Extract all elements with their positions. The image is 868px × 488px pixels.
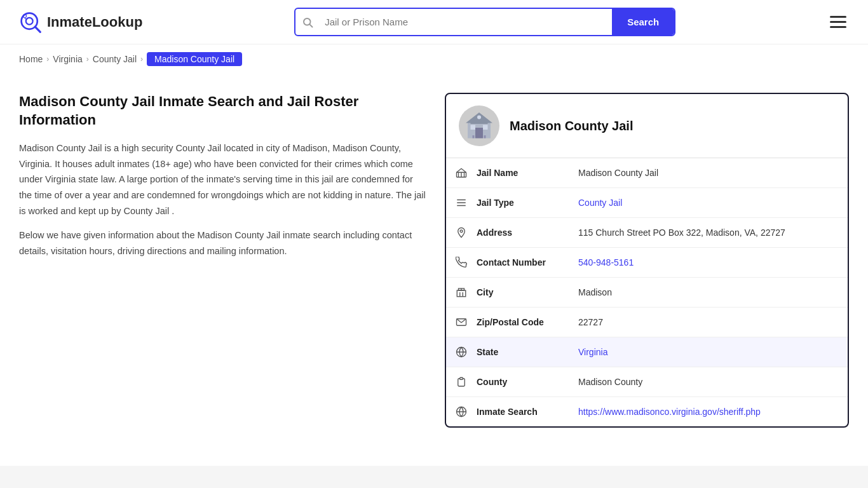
- info-row: Inmate Searchhttps://www.madisonco.virgi…: [446, 397, 848, 426]
- svg-text:Q: Q: [22, 12, 27, 18]
- breadcrumb: Home › Virginia › County Jail › Madison …: [0, 44, 868, 74]
- logo-link[interactable]: Q InmateLookup: [19, 11, 142, 34]
- info-row: CountyMadison County: [446, 367, 848, 397]
- svg-rect-23: [457, 290, 466, 297]
- row-label: Address: [477, 219, 578, 247]
- info-card: Madison County Jail Jail NameMadison Cou…: [445, 93, 849, 428]
- footer: [0, 466, 868, 488]
- row-icon: [446, 248, 477, 277]
- info-row: Zip/Postal Code22727: [446, 308, 848, 337]
- page-heading: Madison County Jail Inmate Search and Ja…: [19, 93, 426, 129]
- logo-text: InmateLookup: [47, 14, 142, 30]
- row-link[interactable]: https://www.madisonco.virginia.gov/sheri…: [578, 407, 761, 417]
- svg-rect-13: [473, 135, 475, 139]
- menu-bar-3: [830, 26, 846, 28]
- row-value: 22727: [578, 308, 848, 336]
- svg-point-1: [26, 17, 33, 24]
- search-input[interactable]: [320, 10, 612, 34]
- breadcrumb-home[interactable]: Home: [19, 54, 43, 64]
- breadcrumb-virginia[interactable]: Virginia: [53, 54, 82, 64]
- row-value[interactable]: 540-948-5161: [578, 248, 848, 276]
- breadcrumb-current: Madison County Jail: [147, 52, 242, 66]
- svg-line-2: [35, 27, 40, 32]
- row-icon: [446, 337, 477, 367]
- menu-button[interactable]: [827, 13, 849, 30]
- breadcrumb-sep-2: ›: [86, 55, 89, 64]
- menu-bar-1: [830, 16, 846, 18]
- row-link[interactable]: 540-948-5161: [578, 257, 634, 268]
- search-icon: [302, 17, 313, 28]
- svg-line-5: [310, 24, 313, 27]
- svg-point-22: [460, 230, 463, 233]
- svg-rect-9: [475, 128, 483, 139]
- description-para-1: Madison County Jail is a high security C…: [19, 140, 426, 219]
- row-icon: [446, 158, 477, 187]
- row-icon: [446, 308, 477, 337]
- row-link[interactable]: County Jail: [578, 198, 622, 208]
- row-label: Jail Name: [477, 159, 578, 187]
- row-link[interactable]: Virginia: [578, 347, 607, 357]
- row-icon: [446, 397, 477, 426]
- card-header: Madison County Jail: [446, 94, 848, 158]
- row-value[interactable]: County Jail: [578, 189, 848, 217]
- building-icon: [464, 111, 494, 141]
- card-title: Madison County Jail: [510, 119, 633, 133]
- search-area: Search: [294, 8, 675, 36]
- menu-bar-2: [830, 21, 846, 23]
- row-value: Madison: [578, 278, 848, 306]
- row-value[interactable]: https://www.madisonco.virginia.gov/sheri…: [578, 398, 848, 426]
- info-row: StateVirginia: [446, 337, 848, 367]
- breadcrumb-county-jail[interactable]: County Jail: [93, 54, 137, 64]
- info-row: CityMadison: [446, 278, 848, 308]
- svg-rect-10: [471, 125, 476, 130]
- row-label: State: [477, 338, 578, 366]
- info-row: Jail NameMadison County Jail: [446, 158, 848, 188]
- svg-rect-14: [484, 135, 486, 139]
- row-label: City: [477, 278, 578, 306]
- breadcrumb-sep-1: ›: [46, 55, 49, 64]
- description-para-2: Below we have given information about th…: [19, 227, 426, 259]
- search-icon-wrap: [295, 17, 320, 28]
- info-row: Jail TypeCounty Jail: [446, 188, 848, 218]
- row-label: Contact Number: [477, 248, 578, 276]
- svg-rect-31: [460, 377, 463, 379]
- svg-rect-12: [477, 116, 481, 119]
- card-avatar: [459, 105, 499, 146]
- left-panel: Madison County Jail Inmate Search and Ja…: [19, 93, 426, 268]
- search-wrapper: Search: [294, 8, 675, 36]
- row-label: Zip/Postal Code: [477, 308, 578, 336]
- logo-icon: Q: [19, 11, 42, 34]
- row-label: Jail Type: [477, 189, 578, 217]
- header: Q InmateLookup Search: [0, 0, 868, 44]
- info-table: Jail NameMadison County JailJail TypeCou…: [446, 158, 848, 426]
- row-icon: [446, 278, 477, 307]
- row-value[interactable]: Virginia: [578, 338, 848, 366]
- svg-rect-11: [483, 125, 488, 130]
- row-icon: [446, 218, 477, 247]
- main-content: Madison County Jail Inmate Search and Ja…: [0, 74, 868, 453]
- row-value: Madison County: [578, 368, 848, 396]
- info-row: Address115 Church Street PO Box 322, Mad…: [446, 218, 848, 248]
- row-icon: [446, 367, 477, 396]
- row-icon: [446, 188, 477, 217]
- row-label: Inmate Search: [477, 398, 578, 426]
- breadcrumb-sep-3: ›: [140, 55, 143, 64]
- row-value: Madison County Jail: [578, 159, 848, 187]
- search-button[interactable]: Search: [612, 9, 674, 35]
- row-label: County: [477, 368, 578, 396]
- row-value: 115 Church Street PO Box 322, Madison, V…: [578, 219, 848, 247]
- info-row: Contact Number540-948-5161: [446, 248, 848, 278]
